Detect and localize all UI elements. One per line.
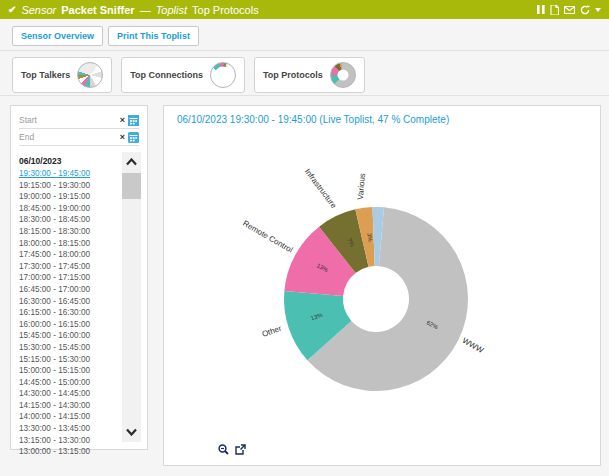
donut-chart-icon bbox=[330, 62, 356, 88]
print-toplist-button[interactable]: Print This Toplist bbox=[108, 26, 199, 46]
start-date-row: Start × bbox=[19, 112, 139, 129]
interval-item[interactable]: 13:30:00 - 13:45:00 bbox=[19, 423, 121, 435]
slice-category-label: WWW bbox=[461, 336, 486, 355]
scroll-down-icon[interactable] bbox=[122, 422, 141, 442]
interval-item[interactable]: 17:00:00 - 17:15:00 bbox=[19, 272, 121, 284]
scrollbar-thumb[interactable] bbox=[122, 173, 141, 199]
interval-item[interactable]: 19:30:00 - 19:45:00 bbox=[19, 168, 121, 180]
sensor-header: ✔ Sensor Packet Sniffer — Toplist Top Pr… bbox=[0, 0, 609, 19]
sensor-overview-button[interactable]: Sensor Overview bbox=[12, 26, 103, 46]
interval-item[interactable]: 13:15:00 - 13:30:00 bbox=[19, 435, 121, 447]
toplist-name: Top Protocols bbox=[192, 4, 259, 16]
interval-item[interactable]: 19:00:00 - 19:15:00 bbox=[19, 191, 121, 203]
interval-item[interactable]: 19:15:00 - 19:30:00 bbox=[19, 180, 121, 192]
divider bbox=[0, 95, 609, 96]
slice-category-label: Remote Control bbox=[241, 219, 294, 255]
toplist-tabs: Top Talkers Top Connections Top Protocol… bbox=[12, 57, 365, 93]
interval-item[interactable]: 13:00:00 - 13:15:00 bbox=[19, 446, 121, 458]
interval-item[interactable]: 17:30:00 - 17:45:00 bbox=[19, 261, 121, 273]
tab-label: Top Protocols bbox=[263, 70, 323, 80]
clear-end-icon[interactable]: × bbox=[120, 132, 125, 142]
tab-label: Top Connections bbox=[130, 70, 203, 80]
slice-category-label: Infrastructure bbox=[303, 167, 339, 210]
protocols-donut-chart: 62%WWW13%Other13%Remote Control7%Infrast… bbox=[164, 106, 602, 465]
interval-item[interactable]: 14:45:00 - 15:00:00 bbox=[19, 377, 121, 389]
interval-item[interactable]: 18:15:00 - 18:30:00 bbox=[19, 226, 121, 238]
calendar-icon[interactable] bbox=[128, 115, 139, 126]
interval-list: 19:30:00 - 19:45:0019:15:00 - 19:30:0019… bbox=[19, 168, 121, 458]
email-icon[interactable] bbox=[564, 6, 575, 14]
pie-chart-icon bbox=[77, 62, 103, 88]
slice-pct-label: 3% bbox=[366, 233, 373, 243]
refresh-icon[interactable] bbox=[580, 5, 590, 15]
interval-item[interactable]: 16:15:00 - 16:30:00 bbox=[19, 307, 121, 319]
external-link-icon[interactable] bbox=[235, 444, 246, 455]
breadcrumb-separator: — bbox=[140, 4, 151, 16]
divider bbox=[0, 50, 609, 51]
toplist-chart-panel: 06/10/2023 19:30:00 - 19:45:00 (Live Top… bbox=[163, 105, 601, 466]
interval-item[interactable]: 18:00:00 - 18:15:00 bbox=[19, 238, 121, 250]
clear-start-icon[interactable]: × bbox=[120, 115, 125, 125]
interval-item[interactable]: 18:45:00 - 19:00:00 bbox=[19, 203, 121, 215]
start-date-input[interactable]: Start bbox=[19, 115, 120, 125]
tab-top-protocols[interactable]: Top Protocols bbox=[254, 57, 365, 93]
scroll-up-icon[interactable] bbox=[122, 152, 141, 172]
interval-item[interactable]: 16:00:00 - 16:15:00 bbox=[19, 319, 121, 331]
interval-item[interactable]: 17:45:00 - 18:00:00 bbox=[19, 249, 121, 261]
sensor-name-link[interactable]: Packet Sniffer bbox=[61, 4, 134, 16]
tab-label: Top Talkers bbox=[21, 70, 70, 80]
zoom-icon[interactable] bbox=[218, 444, 229, 455]
dropdown-caret-icon[interactable] bbox=[595, 8, 601, 12]
calendar-icon[interactable] bbox=[128, 132, 139, 143]
interval-item[interactable]: 14:15:00 - 14:30:00 bbox=[19, 400, 121, 412]
slice-category-label: Other bbox=[261, 324, 283, 339]
chart-actions bbox=[218, 444, 246, 455]
pause-icon[interactable] bbox=[537, 5, 545, 14]
interval-item[interactable]: 14:00:00 - 14:15:00 bbox=[19, 411, 121, 423]
interval-item[interactable]: 18:30:00 - 18:45:00 bbox=[19, 214, 121, 226]
interval-item[interactable]: 15:45:00 - 16:00:00 bbox=[19, 330, 121, 342]
toolbar: Sensor Overview Print This Toplist bbox=[12, 26, 199, 46]
interval-item[interactable]: 15:30:00 - 15:45:00 bbox=[19, 342, 121, 354]
slice-category-label: Various bbox=[356, 173, 367, 200]
interval-item[interactable]: 15:00:00 - 15:15:00 bbox=[19, 365, 121, 377]
interval-filter-panel: Start × End × 06/10/2023 19:30:00 - 19:4… bbox=[10, 105, 148, 450]
sensor-type-label: Sensor bbox=[21, 4, 56, 16]
report-icon[interactable] bbox=[550, 5, 559, 15]
donut-chart-icon bbox=[210, 62, 236, 88]
tab-top-connections[interactable]: Top Connections bbox=[121, 57, 245, 93]
interval-item[interactable]: 16:30:00 - 16:45:00 bbox=[19, 296, 121, 308]
interval-item[interactable]: 16:45:00 - 17:00:00 bbox=[19, 284, 121, 296]
interval-item[interactable]: 15:15:00 - 15:30:00 bbox=[19, 354, 121, 366]
end-date-input[interactable]: End bbox=[19, 132, 120, 142]
interval-item[interactable]: 14:30:00 - 14:45:00 bbox=[19, 388, 121, 400]
tab-top-talkers[interactable]: Top Talkers bbox=[12, 57, 112, 93]
toplist-type-label: Toplist bbox=[156, 4, 187, 16]
scrollbar[interactable] bbox=[122, 152, 141, 442]
status-ok-icon: ✔ bbox=[8, 4, 16, 15]
end-date-row: End × bbox=[19, 129, 139, 146]
